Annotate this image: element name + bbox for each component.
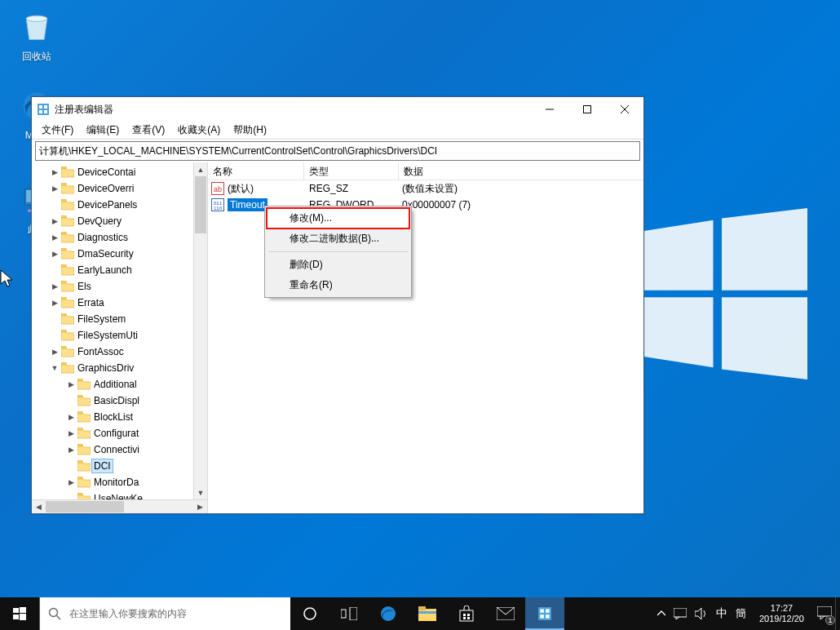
header-data[interactable]: 数据	[399, 162, 643, 180]
tree-item[interactable]: ▶Configurat	[32, 425, 207, 441]
tree-twisty[interactable]	[50, 265, 60, 275]
svg-rect-21	[61, 199, 66, 202]
tree-twisty[interactable]: ▶	[66, 428, 76, 438]
tree-twisty[interactable]: ▶	[50, 249, 60, 259]
tree-item[interactable]: ▶DeviceOverri	[32, 180, 207, 197]
tree-twisty[interactable]	[50, 331, 60, 340]
tree-twisty[interactable]: ▶	[66, 379, 76, 389]
show-desktop-button[interactable]	[835, 597, 840, 630]
svg-rect-71	[817, 606, 832, 616]
notification-button[interactable]: 1	[817, 606, 832, 622]
menu-item-modify-binary[interactable]: 修改二进制数据(B)...	[267, 228, 409, 249]
taskbar-search[interactable]: 在这里输入你要搜索的内容	[39, 597, 290, 630]
header-name[interactable]: 名称	[208, 162, 304, 180]
ime-mode[interactable]: 簡	[736, 606, 746, 621]
tree-item[interactable]: EarlyLaunch	[32, 262, 207, 278]
menu-item-modify[interactable]: 修改(M)...	[267, 208, 409, 228]
scroll-right-button[interactable]: ▶	[193, 500, 207, 514]
registry-tree[interactable]: ▶DeviceContai▶DeviceOverriDevicePanels▶D…	[32, 162, 207, 499]
taskbar-regedit[interactable]	[525, 597, 564, 630]
menu-favorites[interactable]: 收藏夹(A)	[171, 122, 227, 139]
tree-item[interactable]: ▶MonitorDa	[32, 474, 207, 490]
tree-twisty[interactable]: ▶	[66, 412, 76, 422]
tree-twisty[interactable]: ▶	[50, 298, 60, 308]
volume-icon[interactable]	[695, 608, 708, 619]
taskbar-file-explorer[interactable]	[408, 597, 447, 630]
svg-rect-16	[584, 106, 591, 113]
tree-item[interactable]: ▶Connectivi	[32, 441, 207, 458]
maximize-button[interactable]	[568, 97, 606, 122]
tree-item[interactable]: ▶FontAssoc	[32, 344, 207, 360]
svg-rect-67	[540, 614, 544, 619]
menu-item-rename[interactable]: 重命名(R)	[267, 275, 409, 295]
tree-twisty[interactable]: ▼	[50, 363, 60, 373]
desktop-icon-recycle-bin[interactable]: 回收站	[7, 8, 67, 64]
tree-item[interactable]: FileSystem	[32, 311, 207, 327]
svg-marker-70	[695, 608, 701, 619]
tree-twisty[interactable]	[50, 314, 60, 324]
taskbar-mail[interactable]	[486, 597, 525, 630]
svg-rect-55	[418, 609, 436, 621]
tray-overflow-icon[interactable]	[657, 610, 665, 618]
header-type[interactable]: 类型	[304, 162, 399, 180]
tree-item[interactable]: ▶DmaSecurity	[32, 246, 207, 262]
tree-twisty[interactable]: ▶	[66, 445, 76, 455]
menu-separator	[268, 251, 408, 252]
tree-twisty[interactable]	[66, 461, 76, 471]
tree-item[interactable]: ▶DeviceContai	[32, 164, 207, 180]
value-name: (默认)	[228, 182, 306, 196]
tree-twisty[interactable]: ▶	[50, 282, 60, 291]
scroll-up-button[interactable]: ▲	[194, 162, 207, 176]
tree-item[interactable]: ▼GraphicsDriv	[32, 360, 207, 376]
taskbar-taskview[interactable]	[329, 597, 369, 630]
tree-twisty[interactable]	[66, 396, 76, 406]
svg-marker-2	[636, 297, 714, 367]
tree-twisty[interactable]: ▶	[50, 167, 60, 177]
tree-item[interactable]: DevicePanels	[32, 197, 207, 213]
tree-item[interactable]: BasicDispl	[32, 393, 207, 409]
tree-item[interactable]: ▶DevQuery	[32, 213, 207, 229]
menu-help[interactable]: 帮助(H)	[227, 122, 273, 139]
address-bar[interactable]: 计算机\HKEY_LOCAL_MACHINE\SYSTEM\CurrentCon…	[35, 141, 640, 161]
folder-icon	[61, 183, 74, 194]
tree-twisty[interactable]: ▶	[50, 347, 60, 357]
menu-edit[interactable]: 编辑(E)	[80, 122, 126, 139]
titlebar[interactable]: 注册表编辑器	[32, 97, 643, 122]
list-row[interactable]: ab(默认)REG_SZ(数值未设置)	[208, 180, 643, 197]
tree-item[interactable]: UseNewKe	[32, 490, 207, 499]
menu-file[interactable]: 文件(F)	[35, 122, 80, 139]
menu-view[interactable]: 查看(V)	[126, 122, 171, 139]
scroll-thumb-vertical[interactable]	[195, 176, 206, 233]
scroll-thumb-horizontal[interactable]	[46, 501, 124, 512]
tree-item[interactable]: ▶Diagnostics	[32, 229, 207, 246]
scroll-left-button[interactable]: ◀	[32, 500, 46, 514]
tree-twisty[interactable]: ▶	[66, 477, 76, 487]
ime-indicator[interactable]: 中	[716, 606, 727, 621]
taskbar-edge[interactable]	[369, 597, 408, 630]
tree-item[interactable]: DCI	[32, 458, 207, 474]
start-button[interactable]	[0, 597, 39, 630]
tree-item[interactable]: ▶Els	[32, 278, 207, 295]
context-menu: 修改(M)... 修改二进制数据(B)... 删除(D) 重命名(R)	[264, 206, 412, 298]
taskbar-store[interactable]	[447, 597, 486, 630]
menu-item-delete[interactable]: 删除(D)	[267, 255, 409, 275]
window-title: 注册表编辑器	[55, 103, 531, 117]
tree-twisty[interactable]: ▶	[50, 233, 60, 242]
tree-twisty[interactable]	[50, 200, 60, 210]
close-button[interactable]	[606, 97, 643, 122]
minimize-button[interactable]	[531, 97, 568, 122]
tree-twisty[interactable]: ▶	[50, 216, 60, 226]
tree-item[interactable]: FileSystemUti	[32, 327, 207, 344]
tree-scrollbar-vertical[interactable]: ▲ ▼	[193, 162, 207, 499]
tree-scrollbar-horizontal[interactable]: ◀ ▶	[32, 499, 207, 513]
tree-item[interactable]: ▶BlockList	[32, 409, 207, 425]
tree-item-label: UseNewKe	[92, 492, 144, 499]
tree-twisty[interactable]	[66, 494, 76, 499]
tree-twisty[interactable]: ▶	[50, 184, 60, 193]
taskbar-cortana[interactable]	[290, 597, 329, 630]
tree-item[interactable]: ▶Errata	[32, 295, 207, 311]
action-center-icon[interactable]	[674, 608, 687, 619]
tree-item[interactable]: ▶Additional	[32, 376, 207, 393]
scroll-down-button[interactable]: ▼	[194, 486, 207, 499]
clock[interactable]: 17:27 2019/12/20	[754, 603, 809, 624]
